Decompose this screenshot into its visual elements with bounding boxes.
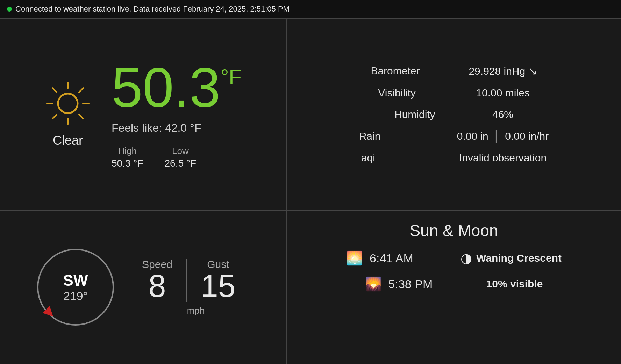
sunrise-time: 6:41 AM bbox=[370, 252, 433, 265]
compass-degrees: 219° bbox=[63, 289, 88, 303]
svg-line-5 bbox=[79, 115, 83, 119]
aqi-row: aqi Invalid observation bbox=[361, 152, 547, 164]
low-value: 26.5 °F bbox=[165, 158, 197, 169]
barometer-label: Barometer bbox=[371, 65, 469, 77]
aqi-label: aqi bbox=[361, 152, 459, 164]
sunrise-icon: 🌅 bbox=[346, 250, 363, 266]
wind-unit-label: mph bbox=[187, 305, 205, 316]
rain-label: Rain bbox=[359, 130, 457, 142]
conditions-cell: Barometer 29.928 inHg ↘ Visibility 10.00… bbox=[287, 18, 621, 210]
condition-label: Clear bbox=[53, 133, 83, 148]
rain-amount: 0.00 in bbox=[457, 130, 488, 142]
sunset-row: 🌄 5:38 PM 10% visible bbox=[365, 276, 543, 292]
humidity-label: Humidity bbox=[394, 109, 492, 121]
sunset-time: 5:38 PM bbox=[388, 277, 451, 291]
waning-crescent-icon: ◑ bbox=[461, 250, 472, 266]
svg-line-7 bbox=[52, 115, 57, 119]
status-indicator bbox=[7, 7, 12, 12]
gust-value: 15 bbox=[201, 270, 236, 302]
weather-main-cell: Clear 50.3 °F Feels like: 42.0 °F High 5… bbox=[0, 18, 287, 210]
humidity-value: 46% bbox=[492, 109, 513, 121]
wind-speeds: Speed 8 Gust 15 mph bbox=[142, 259, 250, 316]
rain-row: Rain 0.00 in │ 0.00 in/hr bbox=[359, 130, 549, 142]
compass-arrow-icon bbox=[43, 306, 57, 320]
rain-separator: │ bbox=[493, 130, 500, 142]
low-section: Low 26.5 °F bbox=[154, 146, 207, 169]
temperature-value: 50.3 bbox=[112, 59, 220, 115]
sunset-icon: 🌄 bbox=[365, 276, 381, 292]
gust-section: Gust 15 bbox=[187, 259, 250, 302]
moon-phase-label: Waning Crescent bbox=[476, 252, 562, 264]
sun-icon bbox=[45, 81, 91, 126]
weather-right: 50.3 °F Feels like: 42.0 °F High 50.3 °F… bbox=[112, 59, 242, 169]
main-grid: Clear 50.3 °F Feels like: 42.0 °F High 5… bbox=[0, 18, 621, 364]
high-label: High bbox=[112, 146, 143, 156]
low-label: Low bbox=[165, 146, 197, 156]
rain-value: 0.00 in │ 0.00 in/hr bbox=[457, 130, 549, 142]
aqi-value: Invalid observation bbox=[459, 152, 547, 164]
sunrise-row: 🌅 6:41 AM ◑ Waning Crescent bbox=[346, 250, 562, 266]
visibility-label: Visibility bbox=[378, 87, 476, 99]
wind-compass: SW 219° bbox=[37, 249, 114, 326]
temperature-display: 50.3 °F bbox=[112, 59, 242, 115]
speed-value: 8 bbox=[142, 270, 172, 302]
high-section: High 50.3 °F bbox=[112, 146, 154, 169]
temperature-unit: °F bbox=[220, 66, 242, 87]
moon-visible-label: 10% visible bbox=[486, 278, 543, 290]
sun-moon-cell: Sun & Moon 🌅 6:41 AM ◑ Waning Crescent 🌄… bbox=[287, 210, 621, 364]
visibility-value: 10.00 miles bbox=[476, 87, 529, 99]
moon-phase-info: ◑ Waning Crescent bbox=[461, 250, 562, 266]
humidity-row: Humidity 46% bbox=[394, 109, 513, 121]
high-value: 50.3 °F bbox=[112, 158, 143, 169]
visibility-row: Visibility 10.00 miles bbox=[378, 87, 529, 99]
svg-line-6 bbox=[79, 88, 83, 92]
barometer-value: 29.928 inHg ↘ bbox=[469, 65, 537, 77]
speed-section: Speed 8 bbox=[142, 259, 187, 302]
header-bar: Connected to weather station live. Data … bbox=[0, 0, 621, 18]
compass-direction: SW bbox=[63, 272, 88, 289]
high-low-section: High 50.3 °F Low 26.5 °F bbox=[112, 146, 207, 169]
weather-left: Clear bbox=[45, 81, 91, 148]
svg-line-4 bbox=[52, 88, 57, 92]
wind-cell: SW 219° Speed 8 Gust 15 mph bbox=[0, 210, 287, 364]
barometer-row: Barometer 29.928 inHg ↘ bbox=[371, 65, 537, 77]
compass-circle: SW 219° bbox=[37, 249, 114, 326]
sun-moon-title: Sun & Moon bbox=[409, 221, 498, 240]
feels-like: Feels like: 42.0 °F bbox=[112, 122, 201, 134]
svg-point-8 bbox=[58, 94, 78, 113]
status-text: Connected to weather station live. Data … bbox=[15, 5, 290, 14]
rain-rate: 0.00 in/hr bbox=[505, 130, 549, 142]
